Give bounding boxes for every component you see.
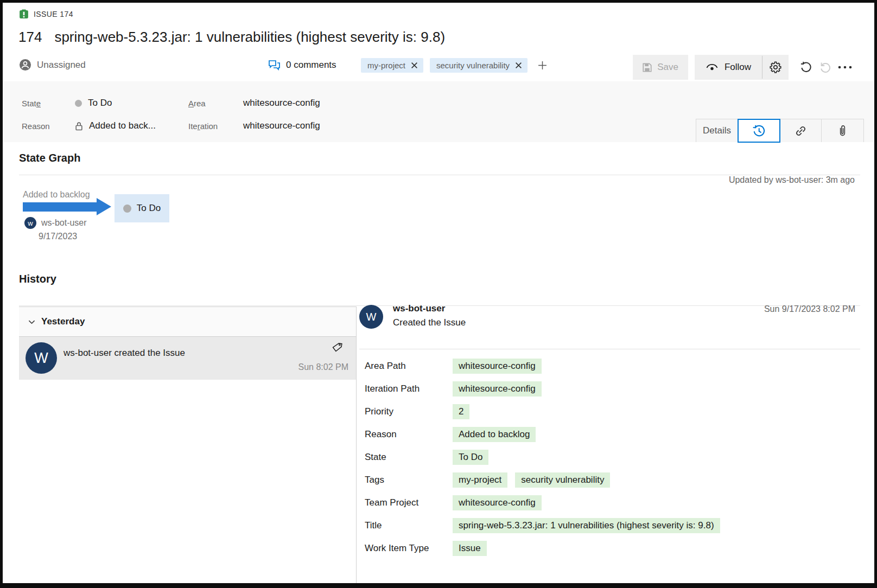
comments-icon xyxy=(268,60,281,71)
state-graph: Added to backlog To Do w ws-bot-user 9/1… xyxy=(19,175,860,272)
follow-eye-icon xyxy=(706,63,719,72)
assignee-picker[interactable]: Unassigned xyxy=(19,59,86,71)
reason-field: Reason Added to back... xyxy=(22,118,156,134)
remove-tag-icon[interactable] xyxy=(411,62,418,69)
refresh-button[interactable] xyxy=(796,55,816,80)
detail-author-name: ws-bot-user xyxy=(393,303,445,314)
area-field-value[interactable]: whitesource-config xyxy=(243,98,320,108)
history-clock-icon xyxy=(752,124,766,138)
unassigned-person-icon xyxy=(19,59,31,71)
follow-label: Follow xyxy=(725,62,751,73)
field-value-chip: To Do xyxy=(453,450,488,465)
state-node-label: To Do xyxy=(137,203,161,214)
state-dot-icon xyxy=(75,100,82,107)
more-options-button[interactable] xyxy=(835,55,855,80)
detail-action-text: Created the Issue xyxy=(393,317,466,328)
history-list-item[interactable]: W ws-bot-user created the Issue Sun 8:02… xyxy=(19,337,356,380)
field-row: Reason Added to backlog xyxy=(365,427,860,443)
assignee-label: Unassigned xyxy=(37,60,86,71)
tag-label: security vulnerability xyxy=(436,61,510,70)
iteration-field-label: Iteration xyxy=(188,122,243,131)
transition-label: Added to backlog xyxy=(23,190,90,200)
tag-chip[interactable]: my-project xyxy=(361,58,423,73)
save-button[interactable]: Save xyxy=(633,55,688,80)
field-row: Work Item Type Issue xyxy=(365,541,860,557)
undo-icon xyxy=(819,61,832,74)
history-group-label: Yesterday xyxy=(41,316,85,327)
field-label: Tags xyxy=(365,472,453,485)
tag-bar: my-project security vulnerability xyxy=(361,58,549,73)
save-label: Save xyxy=(657,62,678,73)
settings-button[interactable] xyxy=(762,55,789,80)
history-panes: Yesterday W ws-bot-user created the Issu… xyxy=(19,306,860,583)
gear-icon xyxy=(769,61,782,74)
field-label: Reason xyxy=(365,427,453,440)
state-graph-heading: State Graph xyxy=(19,152,80,164)
field-label: Area Path xyxy=(365,359,453,372)
area-field-label: Area xyxy=(188,99,243,108)
field-value-chip: Added to backlog xyxy=(453,427,536,442)
tab-links[interactable] xyxy=(780,119,822,142)
field-label: Team Project xyxy=(365,495,453,508)
history-page: State Graph Added to backlog To Do w ws-… xyxy=(19,142,860,583)
avatar: w xyxy=(24,217,36,229)
undo-button[interactable] xyxy=(816,55,835,80)
history-item-summary: ws-bot-user created the Issue xyxy=(63,348,185,359)
work-item-header: ISSUE 174 174 spring-web-5.3.23.jar: 1 v… xyxy=(3,3,874,81)
divider xyxy=(359,349,860,349)
iteration-field-value[interactable]: whitesource-config xyxy=(243,120,320,131)
fields-strip: State To Do Reason Added to back... Area… xyxy=(3,81,874,142)
field-row: Area Path whitesource-config xyxy=(365,359,860,375)
reason-field-label: Reason xyxy=(22,122,75,131)
history-list-pane: Yesterday W ws-bot-user created the Issu… xyxy=(19,306,357,583)
remove-tag-icon[interactable] xyxy=(515,62,522,69)
field-value-chip: my-project xyxy=(453,472,507,488)
tag-chip[interactable]: security vulnerability xyxy=(430,58,528,73)
follow-button-group: Follow xyxy=(695,55,789,80)
link-icon xyxy=(794,124,808,138)
state-field-label: State xyxy=(22,99,75,108)
paperclip-icon xyxy=(836,125,849,137)
lock-icon xyxy=(75,122,83,131)
chevron-down-icon xyxy=(28,319,35,324)
header-toolbar: Unassigned 0 comments my-project xyxy=(19,55,855,81)
state-field-value[interactable]: To Do xyxy=(75,98,112,108)
field-row: State To Do xyxy=(365,450,860,466)
history-group-header[interactable]: Yesterday xyxy=(19,307,356,337)
detail-timestamp: Sun 9/17/2023 8:02 PM xyxy=(764,304,855,314)
title-row: 174 spring-web-5.3.23.jar: 1 vulnerabili… xyxy=(18,29,445,46)
work-item-window: ISSUE 174 174 spring-web-5.3.23.jar: 1 v… xyxy=(0,0,877,588)
field-label: Work Item Type xyxy=(365,541,453,554)
history-item-time: Sun 8:02 PM xyxy=(298,362,349,372)
refresh-icon xyxy=(799,61,812,74)
field-value-chip: whitesource-config xyxy=(453,359,542,374)
changed-fields-list: Area Path whitesource-config Iteration P… xyxy=(365,359,860,557)
tab-details[interactable]: Details xyxy=(696,119,738,142)
transition-arrow-head xyxy=(97,198,111,215)
avatar: W xyxy=(26,342,57,374)
issue-icon xyxy=(19,9,29,19)
state-dot-icon xyxy=(123,204,131,213)
save-icon xyxy=(643,63,652,72)
action-buttons: Save Follow xyxy=(633,55,855,80)
field-row: Tags my-project security vulnerability xyxy=(365,472,860,489)
field-value-chip: Issue xyxy=(453,541,487,556)
avatar: W xyxy=(359,305,383,329)
history-detail-pane: W ws-bot-user Created the Issue Sun 9/17… xyxy=(357,306,860,583)
reason-field-value[interactable]: Added to back... xyxy=(75,120,156,131)
field-row: Team Project whitesource-config xyxy=(365,495,860,512)
add-tag-button[interactable] xyxy=(535,59,549,73)
field-label: Title xyxy=(365,518,453,531)
ellipsis-icon xyxy=(838,66,852,69)
field-row: Priority 2 xyxy=(365,404,860,420)
field-label: Priority xyxy=(365,404,453,417)
work-item-id: 174 xyxy=(18,29,42,46)
field-value-chip: whitesource-config xyxy=(453,495,542,510)
tag-icon xyxy=(332,342,343,353)
tab-history[interactable] xyxy=(738,119,780,143)
comments-button[interactable]: 0 comments xyxy=(268,60,336,71)
tab-attachments[interactable] xyxy=(822,119,863,142)
work-item-title[interactable]: spring-web-5.3.23.jar: 1 vulnerabilities… xyxy=(54,29,445,46)
follow-button[interactable]: Follow xyxy=(695,55,762,80)
transition-author: w ws-bot-user xyxy=(24,217,87,229)
